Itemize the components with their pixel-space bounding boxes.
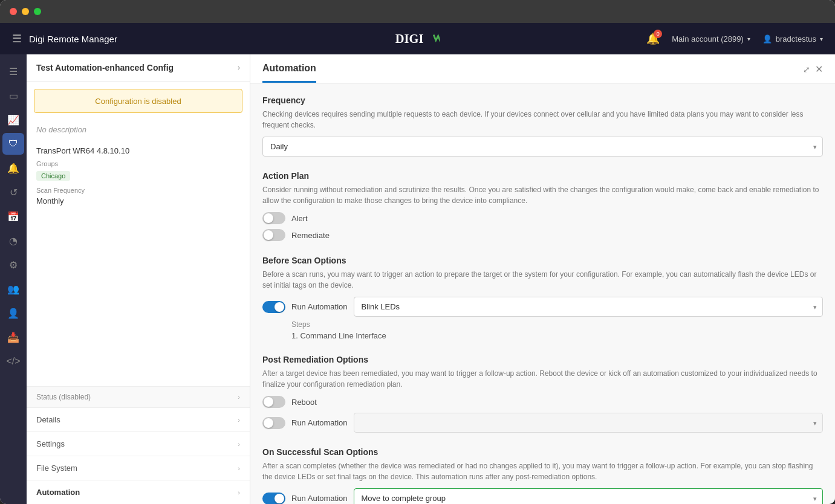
post-remediation-title: Post Remediation Options — [262, 355, 823, 364]
before-scan-automation-select[interactable]: Blink LEDs — [354, 297, 823, 317]
before-scan-run-automation-toggle[interactable] — [262, 301, 285, 313]
successful-scan-run-automation-toggle[interactable] — [262, 493, 285, 505]
no-description: No description — [27, 120, 250, 141]
scan-frequency-container: Scan Frequency Monthly — [36, 187, 240, 205]
successful-scan-automation-dropdown: Move to complete group ▾ — [354, 488, 823, 504]
account-dropdown[interactable]: Main account (2899) ▾ — [672, 34, 750, 44]
sidebar-icon-pie[interactable]: ◔ — [2, 230, 24, 251]
config-disabled-text: Configuration is disabled — [95, 97, 181, 106]
alert-toggle-thumb — [264, 213, 273, 223]
sidebar-icon-calendar[interactable]: 📅 — [2, 205, 24, 227]
notification-bell[interactable]: 🔔 0 — [646, 32, 660, 45]
filesystem-nav-item[interactable]: File System › — [27, 456, 250, 480]
main-panel-header: Automation ⤢ ✕ — [250, 54, 835, 83]
frequency-select[interactable]: Hourly Daily Weekly Monthly — [262, 137, 823, 157]
sidebar-icon-storage[interactable]: ▭ — [2, 85, 24, 106]
post-remediation-run-automation-toggle[interactable] — [262, 417, 285, 429]
user-arrow-icon: ▾ — [820, 36, 823, 42]
sidebar-icon-people[interactable]: 👥 — [2, 278, 24, 300]
automation-nav-item[interactable]: Automation › — [27, 480, 250, 504]
sidebar-icon-home[interactable]: ☰ — [2, 60, 24, 82]
filesystem-nav-label: File System — [36, 464, 77, 473]
top-navigation: ☰ Digi Remote Manager DIGI 🔔 0 Main acco… — [0, 23, 835, 54]
successful-scan-automation-select[interactable]: Move to complete group — [354, 488, 823, 504]
sidebar-icon-history[interactable]: ↺ — [2, 181, 24, 203]
minimize-dot[interactable] — [22, 8, 29, 15]
post-remediation-toggle-thumb — [264, 418, 273, 428]
maximize-dot[interactable] — [34, 8, 41, 15]
sidebar-icon-gear[interactable]: ⚙ — [2, 254, 24, 276]
remediate-toggle-row: Remediate — [262, 229, 823, 241]
before-scan-title: Before Scan Options — [262, 256, 823, 265]
remediate-label: Remediate — [291, 231, 330, 240]
svg-text:DIGI: DIGI — [395, 32, 423, 45]
main-panel-title: Automation — [262, 63, 316, 83]
action-plan-title: Action Plan — [262, 171, 823, 181]
before-scan-automation-dropdown: Blink LEDs ▾ — [354, 297, 823, 317]
before-scan-section: Before Scan Options Before a scan runs, … — [262, 256, 823, 340]
post-remediation-run-automation-label: Run Automation — [291, 418, 348, 427]
automation-nav-chevron-icon: › — [238, 489, 240, 496]
sidebar-icon-code[interactable]: </> — [2, 351, 24, 372]
status-nav-item[interactable]: Status (disabled) › — [27, 386, 250, 407]
settings-nav-item[interactable]: Settings › — [27, 431, 250, 456]
reboot-toggle[interactable] — [262, 396, 285, 408]
brand-name: Digi Remote Manager — [29, 34, 117, 44]
left-panel-title: Test Automation-enhanced Config — [36, 63, 174, 73]
sidebar-icon-chart[interactable]: 📈 — [2, 109, 24, 131]
left-panel: Test Automation-enhanced Config › Config… — [27, 54, 250, 504]
remediate-toggle[interactable] — [262, 229, 285, 241]
post-remediation-automation-select[interactable] — [354, 413, 823, 433]
sidebar-icon-inbox[interactable]: 📥 — [2, 326, 24, 348]
close-panel-icon[interactable]: ✕ — [815, 63, 823, 75]
notification-badge: 0 — [654, 30, 662, 38]
reboot-toggle-thumb — [264, 397, 273, 407]
account-label: Main account (2899) — [672, 34, 744, 44]
post-remediation-description: After a target device has been remediate… — [262, 368, 823, 390]
user-label: bradctestus — [776, 34, 816, 44]
scan-frequency-value: Monthly — [36, 196, 240, 205]
before-scan-step-1: 1. Command Line Interface — [291, 331, 823, 340]
group-tag[interactable]: Chicago — [36, 171, 70, 181]
frequency-section: Frequency Checking devices requires send… — [262, 95, 823, 157]
sidebar-icon-bell[interactable]: 🔔 — [2, 157, 24, 179]
titlebar — [0, 0, 835, 23]
device-name: TransPort WR64 4.8.10.10 — [36, 146, 240, 155]
left-panel-chevron-icon[interactable]: › — [238, 63, 240, 72]
main-content: Frequency Checking devices requires send… — [250, 83, 835, 504]
user-icon: 👤 — [762, 34, 772, 44]
post-remediation-automation-dropdown: ▾ — [354, 413, 823, 433]
details-nav-item[interactable]: Details › — [27, 407, 250, 431]
main-panel: Automation ⤢ ✕ Frequency Checking device… — [250, 54, 835, 504]
reboot-toggle-row: Reboot — [262, 396, 823, 408]
successful-scan-description: After a scan completes (whether the devi… — [262, 460, 823, 482]
post-remediation-section: Post Remediation Options After a target … — [262, 355, 823, 433]
config-disabled-banner: Configuration is disabled — [34, 89, 242, 113]
scan-frequency-label: Scan Frequency — [36, 187, 240, 194]
action-plan-section: Action Plan Consider running without rem… — [262, 171, 823, 241]
successful-scan-section: On Successful Scan Options After a scan … — [262, 447, 823, 504]
frequency-select-wrapper: Hourly Daily Weekly Monthly ▾ — [262, 137, 823, 157]
successful-scan-toggle-thumb — [275, 494, 284, 503]
before-scan-description: Before a scan runs, you may want to trig… — [262, 269, 823, 291]
sidebar-icon-shield[interactable]: 🛡 — [2, 133, 24, 155]
hamburger-icon[interactable]: ☰ — [12, 32, 22, 45]
alert-label: Alert — [291, 214, 308, 223]
successful-scan-automation-row: Run Automation Move to complete group ▾ — [262, 488, 823, 504]
expand-icon[interactable]: ⤢ — [803, 65, 810, 74]
before-scan-automation-row: Run Automation Blink LEDs ▾ — [262, 297, 823, 317]
sidebar-icon-person[interactable]: 👤 — [2, 302, 24, 324]
left-panel-header: Test Automation-enhanced Config › — [27, 54, 250, 82]
frequency-description: Checking devices requires sending multip… — [262, 109, 823, 131]
account-arrow-icon: ▾ — [747, 36, 750, 42]
user-dropdown[interactable]: 👤 bradctestus ▾ — [762, 34, 823, 44]
before-scan-run-automation-label: Run Automation — [291, 302, 348, 311]
alert-toggle-row: Alert — [262, 212, 823, 224]
before-scan-toggle-thumb — [275, 302, 284, 312]
filesystem-nav-chevron-icon: › — [238, 465, 240, 472]
close-dot[interactable] — [10, 8, 17, 15]
device-info: TransPort WR64 4.8.10.10 Groups Chicago … — [27, 141, 250, 210]
status-nav-label: Status (disabled) — [36, 393, 91, 401]
alert-toggle[interactable] — [262, 212, 285, 224]
main-layout: ☰ ▭ 📈 🛡 🔔 ↺ 📅 ◔ ⚙ 👥 👤 📥 </> Test Automat… — [0, 54, 835, 504]
